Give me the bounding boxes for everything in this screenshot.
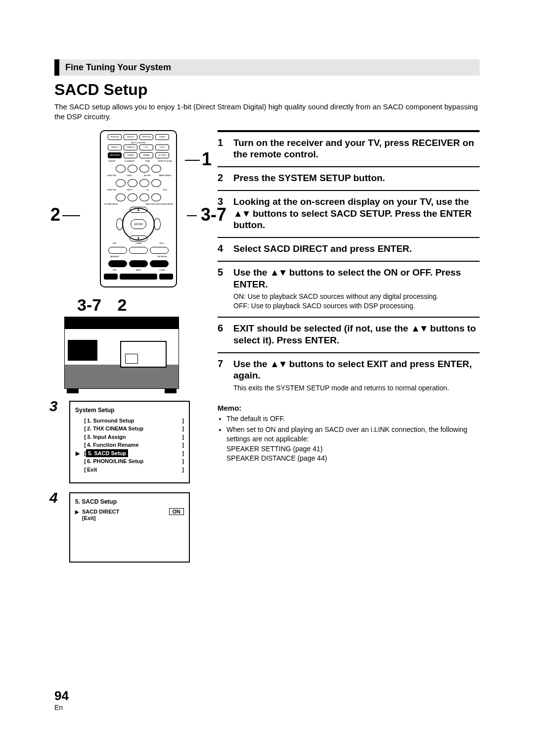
unit-diagram: 3-7 2 xyxy=(54,295,203,389)
step-title: Looking at the on-screen display on your… xyxy=(233,196,480,231)
remote-key: DVR/VCR xyxy=(139,134,153,140)
remote-label: REC xyxy=(104,269,126,271)
remote-oval-button xyxy=(150,260,169,267)
page-footer: 94 En xyxy=(54,688,69,711)
remote-label: DIRECT ACCESS SOUND MODE xyxy=(139,203,173,205)
remote-key: CD xyxy=(139,144,153,150)
remote-key: TV CONT xyxy=(155,152,169,158)
osd-menu-item: [4. Function Rename] xyxy=(75,441,184,449)
page-title: SACD Setup xyxy=(54,81,480,99)
osd-step-number: 3 xyxy=(49,398,58,415)
osd-title: 5. SACD Setup xyxy=(75,498,184,505)
osd-cursor-icon: ▶ xyxy=(75,509,79,515)
remote-round-button xyxy=(139,165,149,173)
step: 1Turn on the receiver and your TV, press… xyxy=(218,131,480,167)
remote-nav-pad: ▲ ▼ ENTER xyxy=(117,208,160,240)
step-number: 6 xyxy=(218,323,225,346)
step-title: Press the SYSTEM SETUP button. xyxy=(233,172,480,184)
step-number: 5 xyxy=(218,267,225,311)
remote-round-button xyxy=(128,179,137,187)
unit-display xyxy=(120,341,167,368)
remote-label: SYSTEM SETUP xyxy=(104,203,137,205)
osd-menu-item: [2. THX CINEMA Setup] xyxy=(75,425,184,433)
remote-label: INPUT xyxy=(122,189,137,191)
callout-3-7: 3-7 xyxy=(201,204,226,225)
step-number: 4 xyxy=(218,243,225,255)
remote-label: M.CL+ xyxy=(151,242,173,244)
remote-label: D.ACC xyxy=(122,175,137,177)
osd-row-label: SACD DIRECT xyxy=(82,509,119,515)
step: 3Looking at the on-screen display on you… xyxy=(218,190,480,237)
remote-oval-button xyxy=(108,260,127,267)
step-desc: ON: Use to playback SACD sources without… xyxy=(233,292,480,311)
remote-transport-button xyxy=(120,274,157,280)
step: 6EXIT should be selected (if not, use th… xyxy=(218,317,480,352)
step: 5Use the ▲▼ buttons to select the ON or … xyxy=(218,261,480,317)
remote-round-button xyxy=(116,193,126,201)
remote-key: VIDEO xyxy=(155,134,169,140)
remote-key: VIDEO 3 xyxy=(124,144,137,150)
remote-receiver-key: RECEIVER xyxy=(108,152,122,158)
remote-key: SOURCE xyxy=(108,134,122,140)
memo-heading: Memo: xyxy=(218,404,480,412)
memo-item: The default is OFF. xyxy=(226,414,480,424)
intro-text: The SACD setup allows you to enjoy 1-bit… xyxy=(54,102,480,122)
unit-knob xyxy=(68,340,97,361)
step-desc: This exits the SYSTEM SETUP mode and ret… xyxy=(233,383,480,393)
remote-round-button xyxy=(139,179,149,187)
remote-label: SIG SEL xyxy=(139,175,155,177)
step-number: 7 xyxy=(218,358,225,393)
remote-round-button xyxy=(151,165,161,173)
osd-system-setup: 3 System Setup [1. Surround Setup][2. TH… xyxy=(54,401,203,484)
remote-round-button xyxy=(128,193,137,201)
remote-label: +10 xyxy=(139,189,155,191)
remote-label: LOUDNESS xyxy=(122,160,137,162)
step-number: 2 xyxy=(218,172,225,184)
osd-value: ON xyxy=(169,508,184,515)
remote-label: VIDEO SEL xyxy=(104,189,120,191)
step-title: EXIT should be selected (if not, use the… xyxy=(233,323,480,346)
osd-exit: [Exit] xyxy=(82,515,184,521)
remote-key: DVD/LD xyxy=(124,134,137,140)
step: 7Use the ▲▼ buttons to select EXIT and p… xyxy=(218,352,480,399)
osd-title: System Setup xyxy=(75,407,184,414)
osd-menu-item: [6. PHONO/LINE Setup] xyxy=(75,457,184,466)
remote-oval-button xyxy=(129,247,148,254)
remote-down-button: ▼ xyxy=(130,236,147,241)
remote-enter-button: ENTER xyxy=(131,219,146,229)
remote-round-button xyxy=(139,193,149,201)
remote-up-button: ▲ xyxy=(130,207,147,213)
page-number: 94 xyxy=(54,688,69,704)
callout-2: 2 xyxy=(50,204,60,225)
remote-label: BASS/TREBLE xyxy=(157,175,173,177)
remote-oval-button xyxy=(150,247,169,254)
remote-label: EFFECT/CH SEL xyxy=(157,160,173,162)
remote-key: CD-R xyxy=(155,144,169,150)
remote-label: MIDNIGHT xyxy=(104,256,126,258)
osd-step-number: 4 xyxy=(49,489,58,506)
step: 2Press the SYSTEM SETUP button. xyxy=(218,166,480,190)
callout-1: 1 xyxy=(202,149,212,170)
remote-round-button xyxy=(128,165,137,173)
unit-callout-3-7: 3-7 xyxy=(77,295,101,314)
remote-key: VIDEO 2 xyxy=(108,144,122,150)
remote-label: BAND xyxy=(128,269,149,271)
remote-oval-button xyxy=(129,260,148,267)
breadcrumb: Fine Tuning Your System xyxy=(54,59,480,76)
remote-transport-button xyxy=(104,274,118,280)
remote-label: CLASS xyxy=(151,269,173,271)
osd-menu-item: [Exit] xyxy=(75,466,184,474)
remote-key: TUNER xyxy=(124,152,137,158)
step-title: Select SACD DIRECT and press ENTER. xyxy=(233,243,480,255)
remote-label: CH/DISP xyxy=(104,160,120,162)
remote-transport-button xyxy=(159,274,173,280)
osd-menu-item: ▶[5. SACD Setup] xyxy=(75,449,184,458)
remote-label: ADV xyxy=(104,242,126,244)
memo-list: The default is OFF.When set to ON and pl… xyxy=(218,414,480,464)
page-lang: En xyxy=(54,704,69,711)
osd-sacd-setup: 4 5. SACD Setup ▶ SACD DIRECT ON [Exit] xyxy=(54,492,203,563)
step-title: Use the ▲▼ buttons to select the ON or O… xyxy=(233,267,480,290)
remote-label: DISC xyxy=(157,189,173,191)
memo-item: When set to ON and playing an SACD over … xyxy=(226,425,480,464)
step: 4Select SACD DIRECT and press ENTER. xyxy=(218,237,480,261)
